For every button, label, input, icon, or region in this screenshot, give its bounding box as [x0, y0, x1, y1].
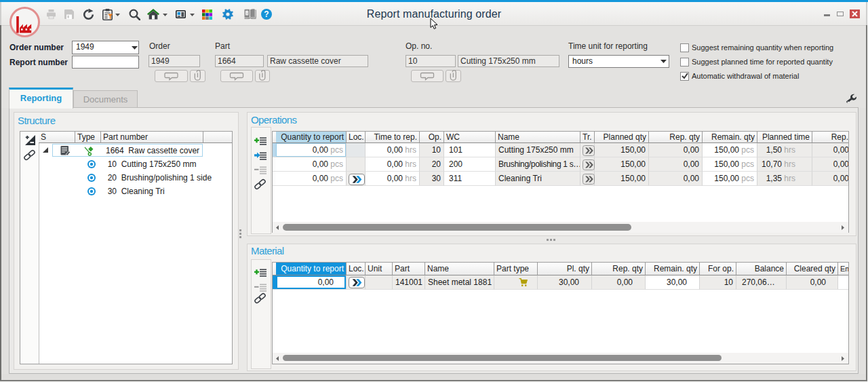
svg-text:?: ? — [264, 9, 269, 19]
